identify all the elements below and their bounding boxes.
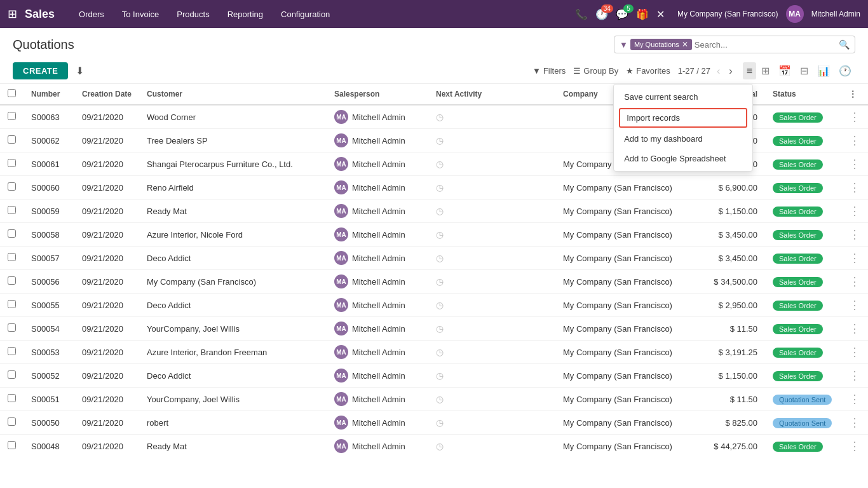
cell-number[interactable]: S00057: [24, 247, 74, 270]
cell-customer[interactable]: Ready Mat: [139, 435, 327, 458]
graph-view-button[interactable]: 📊: [813, 62, 834, 79]
cell-customer[interactable]: Reno Airfield: [139, 176, 327, 200]
add-to-google-item[interactable]: Add to Google Spreadsheet: [614, 149, 752, 168]
cell-customer[interactable]: robert: [139, 411, 327, 435]
download-icon[interactable]: ⬇: [73, 62, 86, 79]
col-salesperson-header[interactable]: Salesperson: [327, 84, 428, 105]
row-menu-icon[interactable]: ⋮: [849, 346, 860, 358]
chat-icon[interactable]: 💬 5: [616, 8, 628, 20]
calendar-view-button[interactable]: 📅: [775, 62, 795, 79]
filters-button[interactable]: ▼ Filters: [532, 66, 566, 76]
row-checkbox[interactable]: [8, 253, 16, 261]
cell-kebab[interactable]: ⋮: [841, 364, 868, 388]
row-checkbox[interactable]: [8, 112, 16, 120]
nav-products[interactable]: Products: [168, 0, 218, 28]
row-checkbox[interactable]: [8, 441, 16, 449]
activity-view-button[interactable]: 🕐: [835, 62, 855, 79]
row-checkbox[interactable]: [8, 370, 16, 379]
cell-customer[interactable]: Tree Dealers SP: [139, 129, 327, 152]
cell-kebab[interactable]: ⋮: [841, 176, 868, 200]
row-checkbox[interactable]: [8, 276, 16, 285]
row-menu-icon[interactable]: ⋮: [849, 158, 860, 170]
row-checkbox[interactable]: [8, 229, 16, 238]
filter-tag-close[interactable]: ✕: [682, 40, 688, 49]
row-menu-icon[interactable]: ⋮: [849, 134, 860, 147]
cell-kebab[interactable]: ⋮: [841, 317, 868, 341]
cell-number[interactable]: S00059: [24, 200, 74, 223]
row-menu-icon[interactable]: ⋮: [849, 369, 860, 382]
cell-number[interactable]: S00054: [24, 317, 74, 341]
col-customer-header[interactable]: Customer: [139, 84, 327, 105]
cell-number[interactable]: S00061: [24, 152, 74, 176]
row-checkbox[interactable]: [8, 206, 16, 214]
cell-kebab[interactable]: ⋮: [841, 341, 868, 364]
row-menu-icon[interactable]: ⋮: [849, 275, 860, 288]
gift-icon[interactable]: 🎁: [636, 8, 649, 20]
avatar[interactable]: MA: [786, 5, 804, 23]
col-activity-header[interactable]: Next Activity: [428, 84, 555, 105]
filter-tag[interactable]: My Quotations ✕: [630, 39, 692, 50]
create-button[interactable]: CREATE: [13, 62, 68, 79]
col-date-header[interactable]: Creation Date: [74, 84, 139, 105]
row-checkbox[interactable]: [8, 159, 16, 167]
cell-customer[interactable]: Shangai Pterocarpus Furniture Co., Ltd.: [139, 152, 327, 176]
row-menu-icon[interactable]: ⋮: [849, 228, 860, 241]
row-checkbox[interactable]: [8, 323, 16, 332]
clock-icon[interactable]: 🕐 34: [595, 8, 608, 20]
cell-kebab[interactable]: ⋮: [841, 294, 868, 317]
col-number-header[interactable]: Number: [24, 84, 74, 105]
row-menu-icon[interactable]: ⋮: [849, 252, 860, 264]
row-menu-icon[interactable]: ⋮: [849, 205, 860, 217]
cell-kebab[interactable]: ⋮: [841, 270, 868, 294]
row-menu-icon[interactable]: ⋮: [849, 299, 860, 311]
cell-kebab[interactable]: ⋮: [841, 388, 868, 411]
cell-kebab[interactable]: ⋮: [841, 129, 868, 152]
row-checkbox[interactable]: [8, 300, 16, 308]
search-input[interactable]: [692, 40, 839, 50]
cell-customer[interactable]: Wood Corner: [139, 105, 327, 129]
cell-number[interactable]: S00055: [24, 294, 74, 317]
cell-number[interactable]: S00060: [24, 176, 74, 200]
cell-number[interactable]: S00051: [24, 388, 74, 411]
cell-number[interactable]: S00050: [24, 411, 74, 435]
col-status-header[interactable]: Status: [765, 84, 841, 105]
list-view-button[interactable]: ≡: [743, 62, 756, 79]
row-checkbox[interactable]: [8, 347, 16, 355]
row-menu-icon[interactable]: ⋮: [849, 322, 860, 335]
cell-number[interactable]: S00048: [24, 435, 74, 458]
brand-label[interactable]: Sales: [25, 8, 55, 21]
row-menu-icon[interactable]: ⋮: [849, 393, 860, 405]
cell-number[interactable]: S00053: [24, 341, 74, 364]
grid-icon[interactable]: ⊞: [8, 7, 17, 21]
cell-customer[interactable]: YourCompany, Joel Willis: [139, 317, 327, 341]
cell-number[interactable]: S00058: [24, 223, 74, 247]
cell-customer[interactable]: Deco Addict: [139, 247, 327, 270]
row-checkbox[interactable]: [8, 182, 16, 191]
row-checkbox[interactable]: [8, 394, 16, 402]
cell-kebab[interactable]: ⋮: [841, 247, 868, 270]
nav-orders[interactable]: Orders: [70, 0, 113, 28]
cell-customer[interactable]: Azure Interior, Brandon Freeman: [139, 341, 327, 364]
cell-number[interactable]: S00056: [24, 270, 74, 294]
cell-number[interactable]: S00062: [24, 129, 74, 152]
cell-customer[interactable]: Ready Mat: [139, 200, 327, 223]
save-current-search-item[interactable]: Save current search: [614, 87, 752, 107]
row-menu-icon[interactable]: ⋮: [849, 416, 860, 429]
cell-kebab[interactable]: ⋮: [841, 105, 868, 129]
cell-kebab[interactable]: ⋮: [841, 152, 868, 176]
groupby-button[interactable]: ☰ Group By: [573, 66, 618, 76]
row-checkbox[interactable]: [8, 135, 16, 144]
favorites-button[interactable]: ★ Favorites: [626, 66, 670, 76]
cell-number[interactable]: S00063: [24, 105, 74, 129]
cell-kebab[interactable]: ⋮: [841, 223, 868, 247]
cell-number[interactable]: S00052: [24, 364, 74, 388]
cell-customer[interactable]: Deco Addict: [139, 364, 327, 388]
nav-reporting[interactable]: Reporting: [219, 0, 272, 28]
row-menu-icon[interactable]: ⋮: [849, 181, 860, 194]
prev-page-arrow[interactable]: ‹: [714, 64, 722, 78]
cell-customer[interactable]: YourCompany, Joel Willis: [139, 388, 327, 411]
cell-customer[interactable]: Deco Addict: [139, 294, 327, 317]
pivot-view-button[interactable]: ⊟: [796, 62, 812, 79]
add-to-dashboard-item[interactable]: Add to my dashboard: [614, 129, 752, 149]
nav-to-invoice[interactable]: To Invoice: [113, 0, 168, 28]
